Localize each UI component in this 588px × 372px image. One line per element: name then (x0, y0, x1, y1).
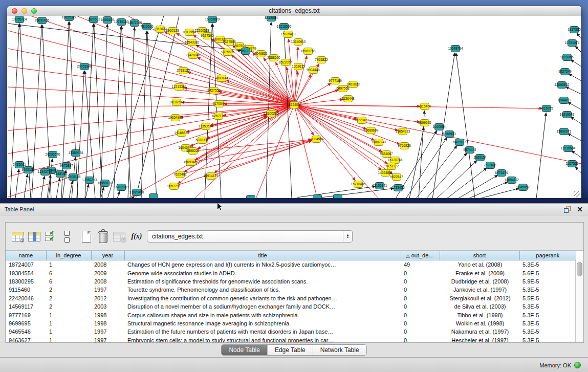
graph-node[interactable]: 7963822 (154, 26, 167, 33)
graph-node[interactable]: 9756928 (398, 143, 411, 149)
graph-node[interactable]: 9393159 (21, 167, 35, 173)
function-builder-button[interactable]: f(x) (127, 228, 146, 245)
graph-node[interactable]: 15751074 (565, 40, 580, 47)
graph-node[interactable]: 16120746 (388, 157, 403, 164)
graph-node[interactable]: 16543382 (185, 39, 200, 46)
column-header-title[interactable]: title (124, 251, 401, 260)
graph-node[interactable]: 1167533 (566, 161, 579, 167)
graph-node[interactable]: 15718485 (351, 181, 366, 188)
resize-grip[interactable] (574, 191, 580, 198)
window-titlebar[interactable]: citations_edges.txt (7, 6, 581, 16)
graph-node[interactable]: 19055724 (12, 16, 27, 23)
tab-edge-table[interactable]: Edge Table (268, 345, 313, 355)
graph-node[interactable]: 1362615 (292, 63, 305, 70)
table-row[interactable]: 946362711997Embryonic stem cells: a mode… (6, 336, 576, 342)
graph-node[interactable]: 10688609 (364, 127, 379, 134)
graph-node[interactable]: 5958923 (443, 131, 456, 138)
table-row[interactable]: 969969511998Structural magnetic resonanc… (6, 319, 576, 327)
table-row[interactable]: 1938455462009Genome-wide association stu… (6, 269, 576, 277)
show-columns-button[interactable] (26, 228, 42, 245)
graph-node[interactable]: 9474444 (463, 147, 476, 154)
table-panel-header[interactable]: Table Panel ✕ (0, 204, 588, 215)
graph-node[interactable]: 22420046 (186, 52, 201, 59)
tab-network-table[interactable]: Network Table (313, 345, 366, 355)
graph-node[interactable]: 13325419 (281, 31, 296, 38)
graph-node[interactable]: 16053809 (205, 16, 220, 23)
graph-node[interactable]: 2935114 (474, 155, 487, 161)
graph-node[interactable]: 5498222 (186, 148, 200, 155)
graph-node[interactable]: 9699695 (418, 120, 431, 126)
graph-node[interactable]: 12505135 (66, 174, 81, 181)
graph-node[interactable]: 16961758 (301, 48, 316, 55)
graph-node[interactable]: 9115460 (419, 103, 431, 110)
graph-node[interactable]: 9884067 (380, 151, 393, 158)
graph-node[interactable]: 1817305 (568, 27, 581, 33)
table-row[interactable]: 1830029562008Estimation of significance … (6, 277, 576, 286)
graph-node[interactable]: 20691406 (35, 17, 50, 24)
graph-node[interactable]: 8912954 (183, 29, 196, 36)
close-window-icon[interactable] (12, 8, 17, 14)
graph-node[interactable]: 1640954 (432, 124, 446, 130)
graph-node[interactable]: 12342757 (38, 169, 53, 176)
close-panel-icon[interactable]: ✕ (577, 204, 583, 215)
graph-node[interactable]: 7632621 (484, 162, 497, 169)
table-row[interactable]: 1872400712008Changes of HCN gene express… (6, 260, 576, 269)
graph-node[interactable]: 8215955 (540, 105, 553, 112)
graph-node[interactable]: 9227349 (558, 69, 572, 75)
network-canvas[interactable]: 1872400779638228960128891295422260538932… (7, 16, 581, 199)
memory-indicator-icon[interactable] (574, 362, 581, 368)
graph-node[interactable]: 2588520 (267, 55, 280, 61)
graph-node[interactable]: 15692971 (557, 128, 572, 135)
column-header-pagerank[interactable]: pagerank (519, 251, 576, 260)
tab-node-table[interactable]: Node Table (222, 345, 268, 355)
graph-node[interactable]: 9329966 (560, 54, 574, 61)
rows-button[interactable] (59, 228, 75, 245)
minimize-window-icon[interactable] (21, 8, 27, 14)
graph-node[interactable]: 8267110 (212, 113, 225, 120)
delete-button[interactable] (95, 228, 111, 245)
graph-node[interactable]: 17016504 (561, 145, 576, 152)
table-select-dropdown[interactable]: citations_edges.txt ▲▼ (147, 230, 353, 243)
graph-node[interactable]: 16782759 (114, 184, 129, 191)
graph-node[interactable]: 16210643 (560, 112, 575, 118)
graph-node[interactable]: 17359924 (69, 150, 83, 157)
column-header-name[interactable]: name (6, 251, 46, 260)
graph-node[interactable]: 13218506 (277, 24, 292, 30)
graph-node[interactable]: 7915526 (140, 24, 154, 30)
column-header-out_de[interactable]: △out_de… (401, 251, 440, 260)
graph-node[interactable]: 15135141 (373, 183, 387, 189)
graph-node[interactable]: 19166825 (175, 130, 189, 137)
new-file-button[interactable] (78, 228, 95, 245)
graph-node[interactable]: 1733426 (391, 185, 405, 191)
graph-node[interactable]: 18107554 (169, 99, 184, 106)
zoom-window-icon[interactable] (31, 8, 37, 14)
graph-node[interactable]: 10655327 (62, 16, 77, 21)
column-header-in_degree[interactable]: in_degree (46, 251, 91, 260)
graph-node[interactable]: 16151322 (384, 163, 399, 170)
table-row[interactable]: 1456911722003Disruption of a novel membe… (6, 302, 576, 311)
graph-node[interactable]: 10719133 (114, 19, 129, 26)
graph-node[interactable]: 8813054 (265, 16, 278, 21)
graph-node[interactable]: 12923468 (129, 189, 144, 196)
row-selection-button[interactable]: ✔ ✔ (42, 228, 59, 245)
graph-node[interactable]: 9975887 (60, 163, 73, 169)
graph-node[interactable]: 20053346 (77, 63, 92, 70)
graph-node[interactable] (149, 194, 158, 199)
graph-node[interactable]: 9327505 (201, 33, 214, 39)
graph-node[interactable]: 9777169 (329, 78, 342, 84)
table-row[interactable]: 977716911998Corpus callosum shape and si… (6, 311, 576, 319)
graph-node[interactable]: 2136448 (341, 96, 355, 102)
graph-node[interactable]: 13640910 (291, 39, 306, 46)
graph-node[interactable] (247, 195, 255, 199)
graph-node[interactable]: 7462028 (346, 81, 360, 88)
graph-node[interactable]: 8960128 (166, 28, 179, 34)
graph-node[interactable]: 7625402 (173, 171, 187, 178)
graph-node[interactable]: 9904448 (307, 67, 320, 74)
table-scrollbar[interactable] (575, 260, 583, 342)
table-mode-button[interactable]: ⚙ (10, 228, 26, 245)
graph-node[interactable]: 7857224 (239, 48, 252, 55)
graph-node[interactable]: 19654985 (168, 115, 183, 121)
graph-node[interactable]: 19654923 (396, 128, 410, 135)
graph-node[interactable]: 19384554 (309, 136, 324, 143)
graph-node[interactable]: 8471676 (495, 170, 508, 177)
